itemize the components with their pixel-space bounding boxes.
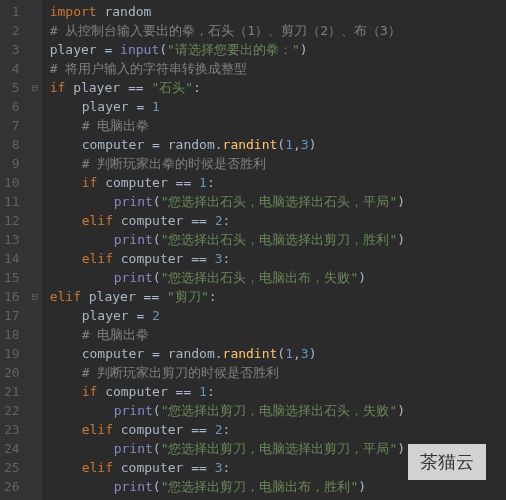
fold-spacer xyxy=(28,401,42,420)
fold-spacer xyxy=(28,211,42,230)
function: randint xyxy=(223,346,278,361)
line-number: 6 xyxy=(4,97,20,116)
code-line[interactable]: elif computer == 3: xyxy=(50,249,506,268)
fold-spacer xyxy=(28,21,42,40)
paren: ) xyxy=(358,270,366,285)
code-line[interactable]: print("您选择出石头，电脑出布，失败") xyxy=(50,268,506,287)
string: "您选择出剪刀，电脑选择出石头，失败" xyxy=(161,403,398,418)
number: 3 xyxy=(301,346,309,361)
colon: : xyxy=(207,175,215,190)
operator: == xyxy=(176,384,192,399)
line-number: 17 xyxy=(4,306,20,325)
fold-collapse-icon[interactable]: ⊟ xyxy=(28,287,42,306)
builtin: print xyxy=(114,403,153,418)
watermark: 茶猫云 xyxy=(408,444,486,480)
code-line[interactable]: # 电脑出拳 xyxy=(50,325,506,344)
string: "剪刀" xyxy=(167,289,209,304)
paren: ( xyxy=(153,194,161,209)
space xyxy=(207,460,215,475)
code-line[interactable]: elif player == "剪刀": xyxy=(50,287,506,306)
number: 2 xyxy=(215,213,223,228)
operator: == xyxy=(191,422,207,437)
code-line[interactable]: computer = random.randint(1,3) xyxy=(50,135,506,154)
operator: == xyxy=(144,289,160,304)
paren: ) xyxy=(300,42,308,57)
fold-spacer xyxy=(28,439,42,458)
line-number: 16 xyxy=(4,287,20,306)
fold-spacer xyxy=(28,458,42,477)
fold-gutter: ⊟ ⊟ xyxy=(28,0,42,500)
code-line[interactable]: if player == "石头": xyxy=(50,78,506,97)
identifier: player xyxy=(82,99,129,114)
module: random xyxy=(168,137,215,152)
code-line[interactable]: print("您选择出石头，电脑选择出石头，平局") xyxy=(50,192,506,211)
code-line[interactable]: player = 2 xyxy=(50,306,506,325)
space xyxy=(120,80,128,95)
space xyxy=(113,213,121,228)
paren: ( xyxy=(153,270,161,285)
line-number: 11 xyxy=(4,192,20,211)
comment: # 电脑出拳 xyxy=(82,327,150,342)
code-line[interactable]: print("您选择出石头，电脑选择出剪刀，胜利") xyxy=(50,230,506,249)
line-number: 24 xyxy=(4,439,20,458)
code-line[interactable]: print("您选择出剪刀，电脑选择出石头，失败") xyxy=(50,401,506,420)
code-line[interactable]: import random xyxy=(50,2,506,21)
code-editor[interactable]: 1 2 3 4 5 6 7 8 9 10 11 12 13 14 15 16 1… xyxy=(0,0,506,500)
string: "您选择出剪刀，电脑选择出剪刀，平局" xyxy=(161,441,398,456)
code-line[interactable]: # 从控制台输入要出的拳，石头（1）、剪刀（2）、布（3） xyxy=(50,21,506,40)
string: "请选择您要出的拳：" xyxy=(167,42,300,57)
keyword: if xyxy=(50,80,66,95)
code-line[interactable]: if computer == 1: xyxy=(50,382,506,401)
number: 3 xyxy=(301,137,309,152)
line-number: 20 xyxy=(4,363,20,382)
paren: ( xyxy=(153,441,161,456)
comment: # 将用户输入的字符串转换成整型 xyxy=(50,61,248,76)
fold-spacer xyxy=(28,230,42,249)
fold-spacer xyxy=(28,59,42,78)
space xyxy=(160,346,168,361)
code-line[interactable]: player = input("请选择您要出的拳：") xyxy=(50,40,506,59)
space xyxy=(159,289,167,304)
identifier: computer xyxy=(105,384,168,399)
code-line[interactable]: elif computer == 2: xyxy=(50,211,506,230)
fold-spacer xyxy=(28,192,42,211)
space xyxy=(112,42,120,57)
line-number: 5 xyxy=(4,78,20,97)
line-number: 8 xyxy=(4,135,20,154)
code-line[interactable]: # 判断玩家出拳的时候是否胜利 xyxy=(50,154,506,173)
code-area[interactable]: import random # 从控制台输入要出的拳，石头（1）、剪刀（2）、布… xyxy=(42,0,506,500)
identifier: computer xyxy=(121,460,184,475)
comment: # 判断玩家出剪刀的时候是否胜利 xyxy=(82,365,280,380)
code-line[interactable]: computer = random.randint(1,3) xyxy=(50,344,506,363)
fold-collapse-icon[interactable]: ⊟ xyxy=(28,78,42,97)
space xyxy=(97,175,105,190)
line-number: 7 xyxy=(4,116,20,135)
paren: ( xyxy=(153,403,161,418)
comma: , xyxy=(293,137,301,152)
code-line[interactable]: if computer == 1: xyxy=(50,173,506,192)
number: 1 xyxy=(199,175,207,190)
builtin: input xyxy=(120,42,159,57)
code-line[interactable]: # 电脑出拳 xyxy=(50,116,506,135)
line-number: 3 xyxy=(4,40,20,59)
line-number: 13 xyxy=(4,230,20,249)
space xyxy=(207,251,215,266)
operator: == xyxy=(176,175,192,190)
code-line[interactable]: # 将用户输入的字符串转换成整型 xyxy=(50,59,506,78)
identifier: player xyxy=(89,289,136,304)
space xyxy=(144,99,152,114)
fold-spacer xyxy=(28,173,42,192)
line-number: 10 xyxy=(4,173,20,192)
code-line[interactable]: player = 1 xyxy=(50,97,506,116)
space xyxy=(191,175,199,190)
fold-spacer xyxy=(28,344,42,363)
builtin: print xyxy=(114,270,153,285)
line-number: 14 xyxy=(4,249,20,268)
code-line[interactable]: # 判断玩家出剪刀的时候是否胜利 xyxy=(50,363,506,382)
builtin: print xyxy=(114,194,153,209)
colon: : xyxy=(207,384,215,399)
space xyxy=(97,384,105,399)
code-line[interactable]: elif computer == 2: xyxy=(50,420,506,439)
line-number: 4 xyxy=(4,59,20,78)
line-number: 12 xyxy=(4,211,20,230)
